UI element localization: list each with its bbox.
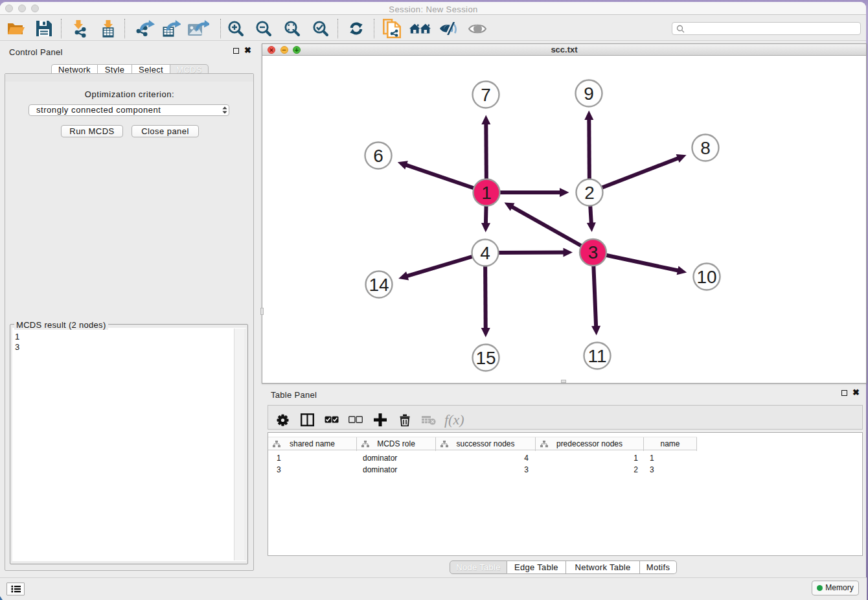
svg-text:10: 10 [696, 267, 716, 287]
svg-text:7: 7 [481, 85, 491, 105]
svg-text:14: 14 [369, 275, 389, 295]
svg-text:2: 2 [584, 183, 595, 203]
svg-text:9: 9 [584, 84, 594, 104]
svg-text:15: 15 [475, 348, 496, 368]
svg-text:1: 1 [481, 183, 492, 203]
svg-text:8: 8 [700, 138, 711, 158]
svg-text:4: 4 [480, 243, 490, 263]
svg-text:11: 11 [588, 346, 606, 366]
svg-text:3: 3 [588, 242, 599, 262]
svg-text:6: 6 [373, 146, 383, 166]
